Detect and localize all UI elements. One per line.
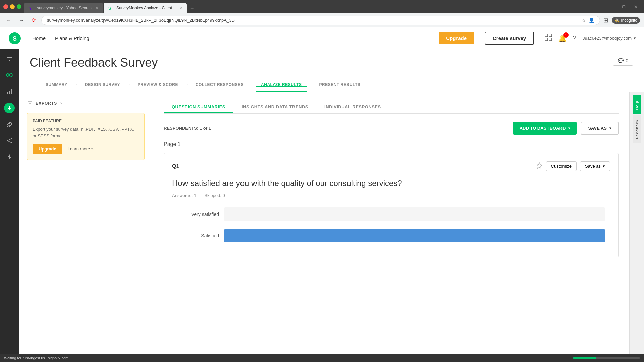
window-controls[interactable] <box>3 4 21 9</box>
left-sidebar <box>0 49 19 362</box>
svg-text:S: S <box>13 35 17 42</box>
step-preview[interactable]: PREVIEW & SCORE <box>132 78 183 92</box>
restore-icon[interactable]: □ <box>620 3 628 11</box>
sidebar-link-icon[interactable] <box>5 120 14 129</box>
chart-row-satisfied: Satisfied <box>177 228 605 244</box>
tab-close-yahoo[interactable]: ✕ <box>96 6 98 10</box>
address-text: surveymonkey.com/analyze/qWCeo19KXH3HB_2… <box>47 18 582 23</box>
step-summary[interactable]: SUMMARY <box>40 78 73 92</box>
question-number: Q1 <box>172 163 179 169</box>
browser-actions: ⊞ 🕵 Incognito <box>603 17 640 24</box>
step-present-label: PRESENT RESULTS <box>314 82 366 87</box>
save-chart-label: Save as <box>585 164 601 169</box>
question-text: How satisfied are you with the quality o… <box>172 178 610 189</box>
browser-tab-yahoo[interactable]: Y surveymonkey - Yahoo Search ✕ <box>24 3 103 13</box>
upgrade-button[interactable]: Upgrade <box>439 32 474 44</box>
svg-rect-4 <box>545 38 548 41</box>
chart-row-very-satisfied: Very satisfied <box>177 206 605 222</box>
chart-area: Very satisfied Satisfied <box>172 206 610 244</box>
question-header: Q1 Customize Save as ▾ <box>172 161 610 171</box>
home-link[interactable]: Home <box>32 35 46 41</box>
save-as-button[interactable]: SAVE AS ▾ <box>581 122 619 135</box>
chart-bar-container-satisfied <box>224 229 605 242</box>
maximize-window-button[interactable] <box>17 4 21 9</box>
step-analyze[interactable]: ANALYZE RESULTS <box>256 78 307 92</box>
header-icons: 🔔 1 ? 39ac6e23@moodjoy.com ▾ <box>545 34 636 43</box>
close-icon[interactable]: ✕ <box>631 3 641 11</box>
toolbar-actions: ADD TO DASHBOARD ▾ SAVE AS ▾ <box>513 122 619 135</box>
step-arrow-4: → <box>250 82 254 87</box>
sidebar-eye-icon[interactable] <box>5 70 14 80</box>
content-area: Client Feedback Survey 💬 0 SUMMARY → DES… <box>19 49 644 362</box>
exports-header: EXPORTS ? <box>27 100 145 106</box>
inner-tabs: QUESTION SUMMARIES INSIGHTS AND DATA TRE… <box>164 100 619 114</box>
help-icon-button[interactable]: ? <box>573 34 576 42</box>
back-button[interactable]: ← <box>4 16 13 25</box>
svg-rect-5 <box>549 38 552 41</box>
comment-button[interactable]: 💬 0 <box>613 56 633 66</box>
new-tab-button[interactable]: + <box>187 4 197 13</box>
chart-bar-satisfied <box>224 229 605 242</box>
address-input[interactable]: surveymonkey.com/analyze/qWCeo19KXH3HB_2… <box>41 16 600 25</box>
plans-pricing-link[interactable]: Plans & Pricing <box>55 35 89 41</box>
pin-icon-button[interactable] <box>536 162 543 170</box>
chart-bar-container-very-satisfied <box>224 207 605 221</box>
main-layout: Client Feedback Survey 💬 0 SUMMARY → DES… <box>0 49 644 362</box>
minimize-icon[interactable]: ─ <box>608 3 616 11</box>
save-as-arrow-icon: ▾ <box>609 126 611 130</box>
user-menu[interactable]: 39ac6e23@moodjoy.com ▾ <box>582 36 636 41</box>
extensions-icon[interactable]: ⊞ <box>603 17 608 24</box>
skipped-label: Skipped: 0 <box>204 193 225 198</box>
browser-tab-surveymonkey[interactable]: S SurveyMonkey Analyze - Client... ✕ <box>104 3 187 13</box>
page-title: Client Feedback Survey <box>30 56 158 70</box>
sidebar-download-icon[interactable] <box>4 103 15 113</box>
logo[interactable]: S <box>8 32 21 45</box>
sidebar-filter-icon[interactable] <box>5 54 14 64</box>
step-present[interactable]: PRESENT RESULTS <box>314 78 366 92</box>
svg-rect-11 <box>7 92 8 94</box>
question-meta: Answered: 1 Skipped: 0 <box>172 193 610 198</box>
incognito-label: Incognito <box>621 18 637 23</box>
svg-marker-21 <box>7 154 11 160</box>
results-toolbar: RESPONDENTS: 1 of 1 ADD TO DASHBOARD ▾ S… <box>164 122 619 135</box>
apps-icon-button[interactable] <box>545 34 552 43</box>
paid-feature-box: PAID FEATURE Export your survey data in … <box>27 113 145 160</box>
feedback-panel-button[interactable]: Feedback <box>633 115 641 143</box>
reload-button[interactable]: ⟳ <box>30 16 38 25</box>
exports-help-icon[interactable]: ? <box>60 101 62 106</box>
tab-question-summaries[interactable]: QUESTION SUMMARIES <box>164 100 233 113</box>
step-collect[interactable]: COLLECT RESPONSES <box>190 78 249 92</box>
bookmark-icon[interactable]: ☆ <box>582 18 586 23</box>
svg-rect-13 <box>11 89 12 94</box>
page-title-row: Client Feedback Survey 💬 0 <box>30 56 633 70</box>
learn-more-link[interactable]: Learn more » <box>68 146 94 152</box>
chart-label-satisfied: Satisfied <box>177 233 224 238</box>
add-to-dashboard-button[interactable]: ADD TO DASHBOARD ▾ <box>513 122 577 135</box>
sidebar-chart-icon[interactable] <box>5 86 14 96</box>
comment-count: 0 <box>626 58 628 63</box>
paid-feature-desc: Export your survey data in .PDF, .XLS, .… <box>33 126 139 139</box>
close-window-button[interactable] <box>3 4 8 9</box>
os-window-controls[interactable]: ─ □ ✕ <box>608 3 641 11</box>
step-design[interactable]: DESIGN SURVEY <box>79 78 125 92</box>
notifications-icon-button[interactable]: 🔔 1 <box>558 34 567 42</box>
tab-insights[interactable]: INSIGHTS AND DATA TRENDS <box>233 100 316 113</box>
create-survey-button[interactable]: Create survey <box>485 32 534 45</box>
forward-button[interactable]: → <box>17 16 26 25</box>
help-panel-button[interactable]: Help! <box>633 95 641 114</box>
sidebar-lightning-icon[interactable] <box>5 152 14 162</box>
customize-button[interactable]: Customize <box>546 161 577 171</box>
save-chart-button[interactable]: Save as ▾ <box>580 161 610 171</box>
sidebar-share-icon[interactable] <box>5 136 14 145</box>
svg-line-19 <box>8 139 11 140</box>
tab-individual-responses[interactable]: INDIVIDUAL RESPONSES <box>316 100 389 113</box>
page-label: Page 1 <box>164 141 619 147</box>
inner-layout: EXPORTS ? PAID FEATURE Export your surve… <box>19 92 644 362</box>
tab-close-surveymonkey[interactable]: ✕ <box>179 6 182 10</box>
profile-icon[interactable]: 👤 <box>589 18 594 23</box>
filter-icon <box>27 100 33 106</box>
upgrade-small-button[interactable]: Upgrade <box>33 144 62 154</box>
yahoo-favicon: Y <box>29 5 34 11</box>
question-actions: Customize Save as ▾ <box>536 161 610 171</box>
minimize-window-button[interactable] <box>10 4 15 9</box>
